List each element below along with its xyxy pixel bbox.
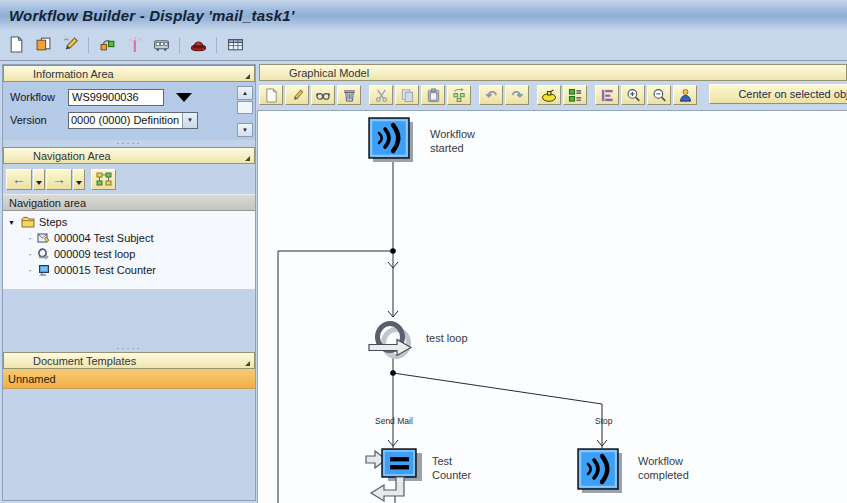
cut-button[interactable] <box>369 85 393 105</box>
tree-item-label: 000004 Test Subject <box>54 232 153 244</box>
node-label-workflow-completed: Workflow completed <box>638 454 689 483</box>
navigator-button[interactable] <box>537 85 561 105</box>
steps-tree: ▼ Steps · 000004 Test Subject · 000009 t… <box>3 211 255 289</box>
scroll-track[interactable] <box>237 114 253 123</box>
administrator-hat-icon <box>190 36 207 53</box>
document-templates-header[interactable]: Document Templates <box>3 352 255 369</box>
scroll-thumb[interactable] <box>237 101 253 114</box>
nav-back-button[interactable]: ← <box>6 169 32 190</box>
graphical-model-header[interactable]: Graphical Model <box>259 64 847 81</box>
align-levels-icon <box>600 88 615 103</box>
expander-icon[interactable]: ▼ <box>8 219 17 226</box>
graphical-model-canvas[interactable]: Workflow started test loop Test Counter … <box>257 110 847 503</box>
information-area-header[interactable]: Information Area <box>3 65 255 82</box>
administrator-button[interactable] <box>187 34 209 56</box>
collapse-corner-icon <box>245 156 250 161</box>
zoom-in-button[interactable] <box>621 85 645 105</box>
toolbar-separator <box>179 37 180 53</box>
panel-splitter[interactable]: ····· <box>3 345 255 352</box>
tree-item-test-counter[interactable]: · 000015 Test Counter <box>3 262 255 278</box>
change-button[interactable] <box>59 34 81 56</box>
main-toolbar <box>0 30 847 59</box>
document-template-item[interactable]: Unnamed <box>3 369 255 389</box>
redo-icon: ↷ <box>512 89 523 102</box>
version-label: Version <box>10 114 68 126</box>
tree-item-test-subject[interactable]: · 000004 Test Subject <box>3 230 255 246</box>
undo-icon: ↶ <box>486 89 497 102</box>
workflow-completed-node[interactable] <box>578 449 622 493</box>
left-panel-filler <box>3 289 255 345</box>
align-levels-button[interactable] <box>595 85 619 105</box>
workflow-test-train-icon <box>153 36 170 53</box>
tree-node-steps[interactable]: ▼ Steps <box>3 214 255 230</box>
panel-splitter[interactable]: ····· <box>3 140 255 147</box>
navigation-area-header[interactable]: Navigation Area <box>3 147 255 164</box>
create-node-button[interactable] <box>259 85 283 105</box>
paste-special-icon <box>452 88 467 103</box>
zoom-out-button[interactable] <box>647 85 671 105</box>
workflow-input[interactable] <box>68 89 164 106</box>
display-button[interactable] <box>311 85 335 105</box>
edit-pencil-icon <box>290 88 305 103</box>
generate-button[interactable] <box>96 34 118 56</box>
layout-button[interactable] <box>563 85 587 105</box>
page-title: Workflow Builder - Display 'mail_task1' <box>9 7 295 24</box>
redo-button[interactable]: ↷ <box>505 85 529 105</box>
loop-step-icon <box>37 248 50 260</box>
version-dropdown-button[interactable]: ▼ <box>182 113 197 128</box>
new-document-button[interactable] <box>5 34 27 56</box>
bullet-icon: · <box>27 232 33 244</box>
generate-transport-icon <box>99 36 116 53</box>
document-templates-title: Document Templates <box>4 355 136 367</box>
tree-item-test-loop[interactable]: · 000009 test loop <box>3 246 255 262</box>
delete-trash-icon <box>342 88 357 103</box>
copy-workflow-button[interactable] <box>32 34 54 56</box>
new-document-icon <box>8 36 25 53</box>
navigator-submarine-icon <box>541 88 558 103</box>
workflow-history-dropdown-icon[interactable] <box>176 93 192 102</box>
workflow-started-node[interactable] <box>369 118 413 162</box>
nav-back-dropdown-button[interactable] <box>33 169 45 190</box>
zoom-out-icon <box>652 88 667 103</box>
syntax-check-button[interactable] <box>123 34 145 56</box>
container-step-icon <box>37 264 50 276</box>
copy-button[interactable] <box>395 85 419 105</box>
syntax-check-wand-icon <box>126 36 143 53</box>
table-view-button[interactable] <box>224 34 246 56</box>
test-loop-node[interactable] <box>369 324 411 357</box>
edge-junction-dot <box>390 370 396 376</box>
copy-pages-icon <box>400 88 415 103</box>
version-select[interactable]: 0000 (0000) Definition ▼ <box>68 112 198 129</box>
scroll-up-button[interactable]: ▲ <box>237 86 253 100</box>
edit-button[interactable] <box>285 85 309 105</box>
workflow-diagram <box>258 111 847 503</box>
person-view-icon <box>678 88 693 103</box>
left-panel: Information Area Workflow Version 0000 (… <box>2 64 256 501</box>
dropdown-triangle-icon <box>36 181 42 185</box>
person-view-button[interactable] <box>673 85 697 105</box>
navigation-area-title: Navigation Area <box>4 150 111 162</box>
delete-button[interactable] <box>337 85 361 105</box>
step-out-arrow-icon <box>371 477 404 501</box>
center-on-selected-button[interactable]: Center on selected obje <box>709 84 847 104</box>
nav-forward-dropdown-button[interactable] <box>73 169 85 190</box>
scroll-down-button[interactable]: ▼ <box>237 123 253 137</box>
zoom-in-icon <box>626 88 641 103</box>
node-label-test-counter: Test Counter <box>432 454 471 483</box>
test-counter-node[interactable] <box>366 449 422 501</box>
workflow-builder-window: Workflow Builder - Display 'mail_task1' … <box>0 0 847 503</box>
undo-button[interactable]: ↶ <box>479 85 503 105</box>
paste-button[interactable] <box>421 85 445 105</box>
tree-item-label: 000009 test loop <box>54 248 135 260</box>
nav-hierarchy-button[interactable] <box>91 169 116 190</box>
workflow-test-button[interactable] <box>150 34 172 56</box>
bullet-icon: · <box>27 248 33 260</box>
nav-forward-button[interactable]: → <box>46 169 72 190</box>
navigation-toolbar: ← → <box>3 164 255 194</box>
layout-blocks-icon <box>568 88 583 103</box>
content-divider <box>0 60 847 61</box>
change-pencil-icon <box>62 36 79 53</box>
tree-item-label: 000015 Test Counter <box>54 264 156 276</box>
paste-special-button[interactable] <box>447 85 471 105</box>
mail-step-icon <box>37 232 50 244</box>
